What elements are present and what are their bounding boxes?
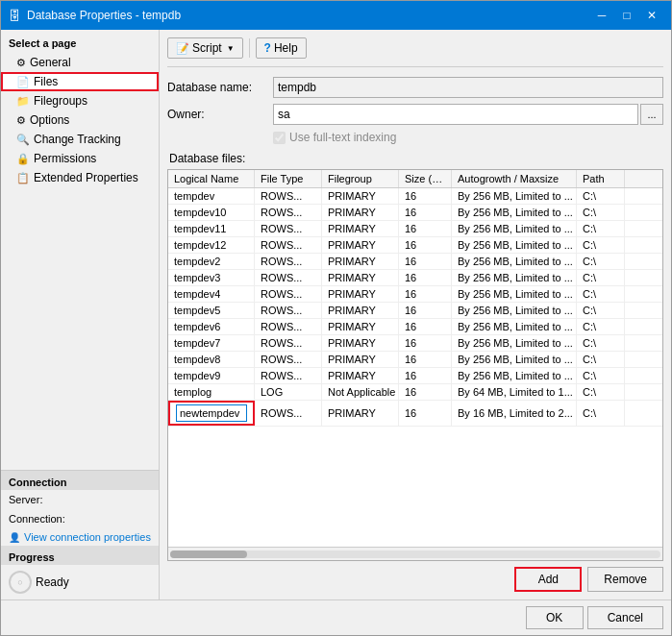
cell-autogrowth: By 256 MB, Limited to ... bbox=[452, 254, 577, 269]
cell-path: C:\ bbox=[577, 319, 625, 334]
cell-size: 16 bbox=[399, 188, 452, 204]
sidebar-item-permissions[interactable]: 🔒 Permissions bbox=[1, 149, 159, 168]
help-button[interactable]: ? Help bbox=[256, 37, 307, 59]
select-page-label: Select a page bbox=[1, 30, 159, 53]
table-row[interactable]: templogLOGNot Applicable16By 64 MB, Limi… bbox=[168, 384, 662, 401]
fulltext-checkbox[interactable] bbox=[273, 132, 286, 144]
sidebar-item-change-tracking[interactable]: 🔍 Change Tracking bbox=[1, 130, 159, 149]
view-connection-properties-link[interactable]: 👤 View connection properties bbox=[1, 528, 159, 546]
table-row[interactable]: tempdev12ROWS...PRIMARY16By 256 MB, Limi… bbox=[168, 237, 662, 254]
cell-size: 16 bbox=[399, 237, 452, 253]
table-row[interactable]: tempdev4ROWS...PRIMARY16By 256 MB, Limit… bbox=[168, 286, 662, 303]
filegroups-icon: 📁 bbox=[16, 95, 30, 108]
owner-input[interactable] bbox=[273, 104, 638, 125]
script-button[interactable]: 📝 Script ▼ bbox=[167, 37, 243, 59]
table-row[interactable]: tempdev5ROWS...PRIMARY16By 256 MB, Limit… bbox=[168, 303, 662, 319]
cancel-button[interactable]: Cancel bbox=[587, 606, 663, 629]
permissions-icon: 🔒 bbox=[16, 153, 30, 165]
db-name-label: Database name: bbox=[167, 81, 273, 94]
sidebar-item-extended-properties[interactable]: 📋 Extended Properties bbox=[1, 168, 159, 187]
cell-logical: tempdev6 bbox=[168, 319, 255, 334]
cell-logical: tempdev5 bbox=[168, 303, 255, 318]
sidebar-item-label-filegroups: Filegroups bbox=[34, 94, 87, 108]
table-row[interactable]: tempdev9ROWS...PRIMARY16By 256 MB, Limit… bbox=[168, 368, 662, 384]
cell-logical: tempdev9 bbox=[168, 368, 255, 383]
sidebar: Select a page ⚙ General 📄 Files 📁 Filegr… bbox=[1, 30, 160, 599]
cell-logical: tempdev7 bbox=[168, 335, 255, 351]
maximize-button[interactable]: □ bbox=[615, 6, 638, 25]
ok-button[interactable]: OK bbox=[526, 606, 584, 629]
cell-filetype: ROWS... bbox=[255, 270, 322, 285]
connection-link-icon: 👤 bbox=[9, 532, 20, 543]
progress-area: ○ Ready bbox=[1, 565, 159, 599]
action-bar: Add Remove bbox=[167, 567, 663, 592]
cell-autogrowth: By 16 MB, Limited to 2... bbox=[452, 401, 577, 426]
cell-filegroup: PRIMARY bbox=[322, 254, 399, 269]
cell-filegroup: PRIMARY bbox=[322, 270, 399, 285]
logical-name-edit-input[interactable] bbox=[176, 404, 247, 422]
table-row[interactable]: tempdev7ROWS...PRIMARY16By 256 MB, Limit… bbox=[168, 335, 662, 352]
table-row[interactable]: tempdev11ROWS...PRIMARY16By 256 MB, Limi… bbox=[168, 221, 662, 237]
remove-button[interactable]: Remove bbox=[587, 567, 663, 592]
table-row[interactable]: tempdevROWS...PRIMARY16By 256 MB, Limite… bbox=[168, 188, 662, 205]
table-row[interactable]: tempdev10ROWS...PRIMARY16By 256 MB, Limi… bbox=[168, 205, 662, 221]
cell-path: C:\ bbox=[577, 384, 625, 400]
cell-size: 16 bbox=[399, 205, 452, 220]
database-files-table: Logical Name File Type Filegroup Size (M… bbox=[167, 169, 663, 561]
col-header-filegroup: Filegroup bbox=[322, 170, 399, 187]
bottom-bar: OK Cancel bbox=[1, 599, 671, 635]
scroll-thumb bbox=[170, 550, 247, 558]
table-row[interactable]: tempdev3ROWS...PRIMARY16By 256 MB, Limit… bbox=[168, 270, 662, 286]
cell-size: 16 bbox=[399, 352, 452, 367]
db-name-input[interactable] bbox=[273, 77, 663, 98]
cell-autogrowth: By 64 MB, Limited to 1... bbox=[452, 384, 577, 400]
help-label: Help bbox=[274, 41, 298, 55]
table-row[interactable]: tempdev8ROWS...PRIMARY16By 256 MB, Limit… bbox=[168, 352, 662, 368]
window-title: Database Properties - tempdb bbox=[27, 9, 181, 22]
table-row[interactable]: ROWS...PRIMARY16By 16 MB, Limited to 2..… bbox=[168, 401, 662, 427]
cell-logical: tempdev8 bbox=[168, 352, 255, 367]
cell-logical[interactable] bbox=[168, 401, 255, 426]
main-panel: 📝 Script ▼ ? Help Database name: Owner: bbox=[160, 30, 671, 599]
extended-properties-icon: 📋 bbox=[16, 172, 30, 184]
close-button[interactable]: ✕ bbox=[640, 6, 663, 25]
cell-logical: templog bbox=[168, 384, 255, 400]
cell-path: C:\ bbox=[577, 221, 625, 236]
cell-autogrowth: By 256 MB, Limited to ... bbox=[452, 368, 577, 383]
cell-autogrowth: By 256 MB, Limited to ... bbox=[452, 188, 577, 204]
cell-filegroup: PRIMARY bbox=[322, 188, 399, 204]
table-body: tempdevROWS...PRIMARY16By 256 MB, Limite… bbox=[168, 188, 662, 547]
sidebar-item-general[interactable]: ⚙ General bbox=[1, 53, 159, 72]
add-button[interactable]: Add bbox=[514, 567, 582, 592]
table-row[interactable]: tempdev6ROWS...PRIMARY16By 256 MB, Limit… bbox=[168, 319, 662, 335]
cell-filegroup: PRIMARY bbox=[322, 303, 399, 318]
cell-filetype: ROWS... bbox=[255, 352, 322, 367]
sidebar-item-options[interactable]: ⚙ Options bbox=[1, 110, 159, 130]
col-header-size: Size (MB) bbox=[399, 170, 452, 187]
sidebar-item-files[interactable]: 📄 Files bbox=[1, 72, 159, 91]
cell-filetype: ROWS... bbox=[255, 368, 322, 383]
scroll-track bbox=[170, 550, 660, 558]
title-bar-left: 🗄 Database Properties - tempdb bbox=[9, 9, 181, 23]
files-icon: 📄 bbox=[16, 76, 30, 88]
owner-browse-button[interactable]: ... bbox=[640, 104, 663, 125]
owner-row: Owner: ... bbox=[167, 104, 663, 125]
cell-filegroup: PRIMARY bbox=[322, 401, 399, 426]
minimize-button[interactable]: ─ bbox=[590, 6, 613, 25]
cell-size: 16 bbox=[399, 319, 452, 334]
progress-icon: ○ bbox=[9, 571, 32, 594]
content-area: Select a page ⚙ General 📄 Files 📁 Filegr… bbox=[1, 30, 671, 599]
sidebar-item-filegroups[interactable]: 📁 Filegroups bbox=[1, 91, 159, 110]
table-row[interactable]: tempdev2ROWS...PRIMARY16By 256 MB, Limit… bbox=[168, 254, 662, 270]
cell-filetype: ROWS... bbox=[255, 335, 322, 351]
horizontal-scrollbar[interactable] bbox=[168, 547, 662, 560]
cell-size: 16 bbox=[399, 384, 452, 400]
cell-size: 16 bbox=[399, 286, 452, 302]
cell-filetype: ROWS... bbox=[255, 221, 322, 236]
cell-logical: tempdev4 bbox=[168, 286, 255, 302]
main-window: 🗄 Database Properties - tempdb ─ □ ✕ Sel… bbox=[0, 0, 672, 636]
cell-autogrowth: By 256 MB, Limited to ... bbox=[452, 335, 577, 351]
cell-filetype: ROWS... bbox=[255, 254, 322, 269]
connection-header: Connection bbox=[1, 471, 159, 490]
cell-autogrowth: By 256 MB, Limited to ... bbox=[452, 286, 577, 302]
